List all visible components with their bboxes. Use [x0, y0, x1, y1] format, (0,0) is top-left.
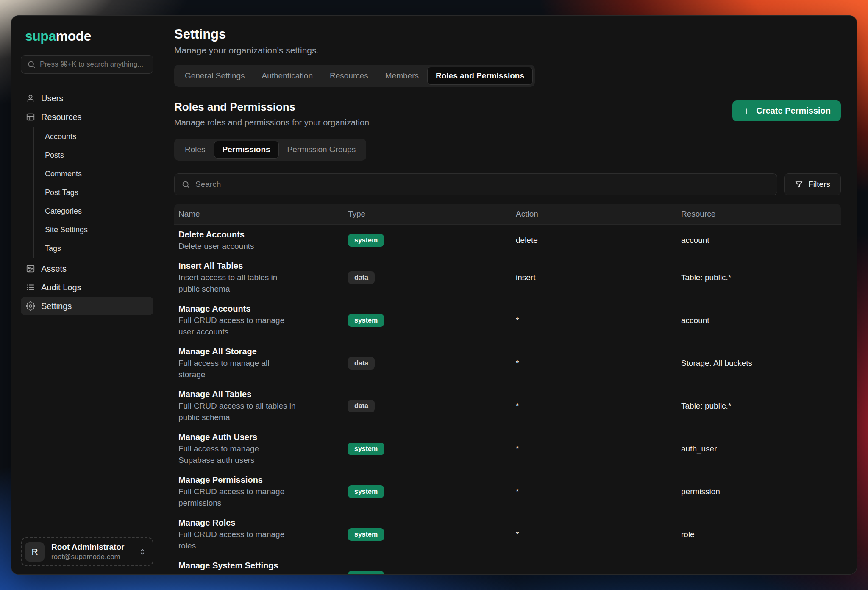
filters-label: Filters: [808, 180, 830, 189]
action-cell: insert: [512, 273, 677, 282]
resource-cell: system_setting: [677, 573, 841, 575]
type-badge: system: [348, 528, 384, 541]
name-cell: Manage All Tables Full CRUD access to al…: [174, 389, 344, 423]
row-description: Full CRUD access to manage roles: [178, 529, 297, 551]
row-description: Delete user accounts: [178, 240, 297, 252]
row-name: Manage All Storage: [178, 346, 344, 357]
type-badge: system: [348, 485, 384, 498]
subtab-permission-groups[interactable]: Permission Groups: [279, 141, 364, 159]
sidebar-sub-item-site-settings[interactable]: Site Settings: [34, 220, 153, 239]
row-name: Delete Accounts: [178, 229, 344, 240]
row-description: Full access to manage Supabase auth user…: [178, 443, 297, 466]
row-description: Full access to manage all storage: [178, 357, 297, 380]
table-row[interactable]: Manage System Settings Full CRUD access …: [174, 556, 841, 574]
sidebar-sub-item-posts[interactable]: Posts: [34, 146, 153, 164]
tab-resources[interactable]: Resources: [321, 67, 377, 85]
section-title: Roles and Permissions: [174, 100, 369, 114]
action-cell: delete: [512, 236, 677, 245]
type-badge: data: [348, 400, 375, 412]
page-title: Settings: [174, 27, 841, 42]
resource-cell: permission: [677, 487, 841, 496]
name-cell: Manage Auth Users Full access to manage …: [174, 431, 344, 466]
action-cell: *: [512, 487, 677, 496]
sidebar-item-settings[interactable]: Settings: [21, 297, 153, 315]
permissions-search-box[interactable]: [174, 173, 777, 195]
sidebar-sub-item-comments[interactable]: Comments: [34, 164, 153, 183]
user-icon: [26, 94, 35, 103]
tab-roles-and-permissions[interactable]: Roles and Permissions: [427, 67, 533, 85]
row-description: Full CRUD access to manage permissions: [178, 486, 297, 509]
row-name: Manage Permissions: [178, 474, 344, 486]
type-badge: data: [348, 357, 375, 370]
resource-cell: Table: public.*: [677, 273, 841, 282]
table-row[interactable]: Manage Accounts Full CRUD access to mana…: [174, 299, 841, 342]
sidebar-item-audit-logs[interactable]: Audit Logs: [21, 278, 153, 297]
sidebar-item-label: Users: [41, 93, 63, 103]
type-cell: data: [344, 271, 512, 284]
app-window: supamode Users Resources Accounts Posts …: [11, 15, 857, 575]
global-search-input[interactable]: [40, 60, 147, 69]
table-body: Delete Accounts Delete user accounts sys…: [174, 225, 841, 574]
resource-cell: account: [677, 236, 841, 245]
tab-general-settings[interactable]: General Settings: [176, 67, 253, 85]
sidebar-item-label: Assets: [41, 264, 67, 274]
sidebar-sub-list: Accounts Posts Comments Post Tags Catego…: [33, 127, 153, 258]
sidebar-item-resources[interactable]: Resources: [21, 108, 153, 126]
type-cell: system: [344, 485, 512, 498]
resource-cell: auth_user: [677, 444, 841, 454]
row-description: Full CRUD access to manage system settin…: [178, 571, 297, 574]
sidebar-item-assets[interactable]: Assets: [21, 259, 153, 278]
table-row[interactable]: Delete Accounts Delete user accounts sys…: [174, 225, 841, 256]
table-row[interactable]: Manage Permissions Full CRUD access to m…: [174, 470, 841, 513]
table-row[interactable]: Manage Auth Users Full access to manage …: [174, 427, 841, 470]
row-name: Manage Accounts: [178, 303, 344, 314]
name-cell: Manage System Settings Full CRUD access …: [174, 560, 344, 574]
row-name: Manage Auth Users: [178, 431, 344, 443]
permission-subtabs: Roles Permissions Permission Groups: [174, 139, 366, 161]
action-cell: *: [512, 359, 677, 368]
table-toolbar: Filters: [174, 173, 841, 195]
sidebar-sub-item-accounts[interactable]: Accounts: [34, 127, 153, 146]
resource-cell: Storage: All buckets: [677, 359, 841, 368]
sidebar-sub-item-post-tags[interactable]: Post Tags: [34, 183, 153, 202]
action-cell: *: [512, 573, 677, 575]
create-permission-button[interactable]: Create Permission: [732, 100, 841, 121]
filters-button[interactable]: Filters: [784, 173, 841, 195]
logo-part-mode: mode: [56, 28, 91, 44]
sidebar-item-users[interactable]: Users: [21, 89, 153, 108]
subtab-roles[interactable]: Roles: [176, 141, 214, 159]
page-subtitle: Manage your organization's settings.: [174, 45, 841, 56]
global-search-box[interactable]: [21, 55, 153, 74]
sidebar-item-label: Settings: [41, 301, 72, 311]
type-badge: system: [348, 234, 384, 247]
table-icon: [26, 112, 35, 122]
type-cell: system: [344, 442, 512, 455]
sidebar-sub-item-tags[interactable]: Tags: [34, 239, 153, 258]
desktop-wallpaper: { "colors": { "accent_green": "#12835c",…: [0, 0, 868, 590]
user-menu[interactable]: R Root Administrator root@supamode.com: [21, 537, 153, 566]
type-badge: system: [348, 314, 384, 327]
subtab-permissions[interactable]: Permissions: [214, 141, 279, 159]
section-header: Roles and Permissions Manage roles and p…: [174, 100, 841, 128]
tab-authentication[interactable]: Authentication: [253, 67, 321, 85]
row-name: Insert All Tables: [178, 260, 344, 272]
type-badge: data: [348, 271, 375, 284]
tab-members[interactable]: Members: [377, 67, 427, 85]
resource-cell: role: [677, 530, 841, 539]
table-row[interactable]: Manage All Tables Full CRUD access to al…: [174, 384, 841, 427]
table-row[interactable]: Insert All Tables Insert access to all t…: [174, 256, 841, 299]
app-logo: supamode: [21, 28, 153, 44]
column-header-type: Type: [344, 209, 512, 219]
permissions-search-input[interactable]: [195, 180, 770, 189]
action-cell: *: [512, 444, 677, 454]
name-cell: Delete Accounts Delete user accounts: [174, 229, 344, 252]
sidebar-sub-item-categories[interactable]: Categories: [34, 202, 153, 220]
row-name: Manage Roles: [178, 517, 344, 529]
table-row[interactable]: Manage All Storage Full access to manage…: [174, 342, 841, 384]
user-email: root@supamode.com: [51, 552, 131, 562]
user-name: Root Administrator: [51, 542, 131, 552]
sidebar-item-label: Audit Logs: [41, 282, 81, 292]
row-description: Full CRUD access to manage user accounts: [178, 314, 297, 337]
permissions-table: Name Type Action Resource Delete Account…: [174, 204, 841, 574]
table-row[interactable]: Manage Roles Full CRUD access to manage …: [174, 513, 841, 556]
